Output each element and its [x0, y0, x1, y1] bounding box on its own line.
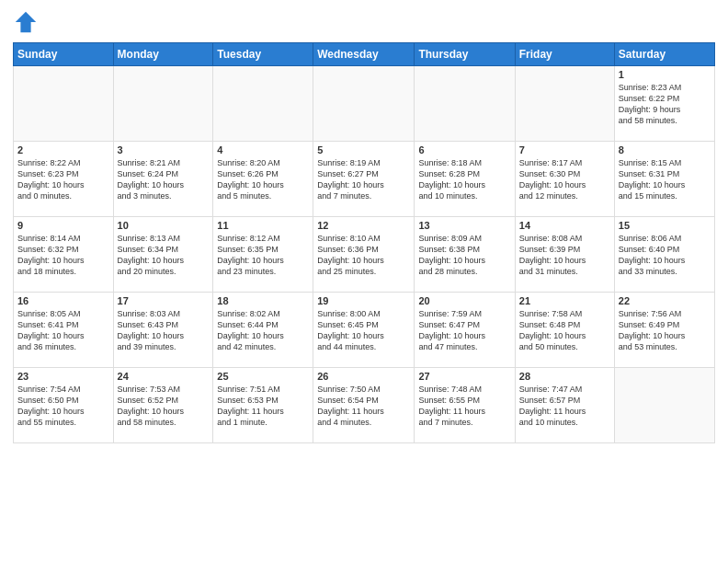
week-row-0: 1Sunrise: 8:23 AM Sunset: 6:22 PM Daylig…: [14, 66, 715, 142]
day-number: 18: [217, 295, 309, 306]
day-cell: [415, 66, 515, 142]
day-info: Sunrise: 7:51 AM Sunset: 6:53 PM Dayligh…: [217, 384, 309, 429]
day-info: Sunrise: 8:22 AM Sunset: 6:23 PM Dayligh…: [17, 157, 109, 202]
day-number: 8: [619, 144, 711, 155]
day-number: 25: [217, 371, 309, 382]
day-cell: 4Sunrise: 8:20 AM Sunset: 6:26 PM Daylig…: [213, 142, 313, 217]
day-cell: [313, 66, 415, 142]
day-info: Sunrise: 8:21 AM Sunset: 6:24 PM Dayligh…: [118, 157, 210, 202]
day-cell: 15Sunrise: 8:06 AM Sunset: 6:40 PM Dayli…: [614, 217, 714, 293]
day-number: 7: [519, 144, 610, 155]
day-cell: [213, 66, 313, 142]
day-number: 21: [519, 295, 610, 306]
day-number: 24: [118, 371, 210, 382]
day-info: Sunrise: 8:06 AM Sunset: 6:40 PM Dayligh…: [619, 233, 711, 278]
day-info: Sunrise: 7:56 AM Sunset: 6:49 PM Dayligh…: [619, 308, 711, 353]
col-header-thursday: Thursday: [415, 43, 515, 66]
day-cell: 17Sunrise: 8:03 AM Sunset: 6:43 PM Dayli…: [113, 293, 213, 368]
day-info: Sunrise: 8:12 AM Sunset: 6:35 PM Dayligh…: [217, 233, 309, 278]
day-cell: 14Sunrise: 8:08 AM Sunset: 6:39 PM Dayli…: [515, 217, 614, 293]
header-row: SundayMondayTuesdayWednesdayThursdayFrid…: [14, 43, 715, 66]
day-cell: 8Sunrise: 8:15 AM Sunset: 6:31 PM Daylig…: [614, 142, 714, 217]
day-cell: 18Sunrise: 8:02 AM Sunset: 6:44 PM Dayli…: [213, 293, 313, 368]
day-cell: 25Sunrise: 7:51 AM Sunset: 6:53 PM Dayli…: [213, 368, 313, 443]
day-number: 5: [317, 144, 410, 155]
day-info: Sunrise: 8:20 AM Sunset: 6:26 PM Dayligh…: [217, 157, 309, 202]
col-header-saturday: Saturday: [614, 43, 714, 66]
day-info: Sunrise: 8:10 AM Sunset: 6:36 PM Dayligh…: [317, 233, 410, 278]
day-cell: 26Sunrise: 7:50 AM Sunset: 6:54 PM Dayli…: [313, 368, 415, 443]
calendar-table: SundayMondayTuesdayWednesdayThursdayFrid…: [13, 42, 715, 443]
col-header-tuesday: Tuesday: [213, 43, 313, 66]
day-cell: [614, 368, 714, 443]
day-cell: 12Sunrise: 8:10 AM Sunset: 6:36 PM Dayli…: [313, 217, 415, 293]
day-info: Sunrise: 8:15 AM Sunset: 6:31 PM Dayligh…: [619, 157, 711, 202]
day-info: Sunrise: 8:03 AM Sunset: 6:43 PM Dayligh…: [118, 308, 210, 353]
week-row-4: 23Sunrise: 7:54 AM Sunset: 6:50 PM Dayli…: [14, 368, 715, 443]
day-number: 16: [17, 295, 109, 306]
day-number: 23: [17, 371, 109, 382]
day-cell: 24Sunrise: 7:53 AM Sunset: 6:52 PM Dayli…: [113, 368, 213, 443]
logo-icon: [13, 9, 39, 35]
col-header-wednesday: Wednesday: [313, 43, 415, 66]
day-number: 11: [217, 220, 309, 231]
day-info: Sunrise: 8:14 AM Sunset: 6:32 PM Dayligh…: [17, 233, 109, 278]
day-number: 14: [519, 220, 610, 231]
day-info: Sunrise: 8:00 AM Sunset: 6:45 PM Dayligh…: [317, 308, 410, 353]
day-number: 4: [217, 144, 309, 155]
day-info: Sunrise: 8:09 AM Sunset: 6:38 PM Dayligh…: [418, 233, 510, 278]
day-cell: 2Sunrise: 8:22 AM Sunset: 6:23 PM Daylig…: [14, 142, 114, 217]
day-number: 10: [118, 220, 210, 231]
day-cell: 22Sunrise: 7:56 AM Sunset: 6:49 PM Dayli…: [614, 293, 714, 368]
day-cell: 23Sunrise: 7:54 AM Sunset: 6:50 PM Dayli…: [14, 368, 114, 443]
page: SundayMondayTuesdayWednesdayThursdayFrid…: [0, 0, 728, 563]
day-info: Sunrise: 7:48 AM Sunset: 6:55 PM Dayligh…: [418, 384, 510, 429]
day-info: Sunrise: 7:59 AM Sunset: 6:47 PM Dayligh…: [418, 308, 510, 353]
day-number: 17: [118, 295, 210, 306]
day-info: Sunrise: 8:18 AM Sunset: 6:28 PM Dayligh…: [418, 157, 510, 202]
day-number: 3: [118, 144, 210, 155]
day-cell: 19Sunrise: 8:00 AM Sunset: 6:45 PM Dayli…: [313, 293, 415, 368]
day-cell: 3Sunrise: 8:21 AM Sunset: 6:24 PM Daylig…: [113, 142, 213, 217]
day-info: Sunrise: 7:53 AM Sunset: 6:52 PM Dayligh…: [118, 384, 210, 429]
day-info: Sunrise: 7:54 AM Sunset: 6:50 PM Dayligh…: [17, 384, 109, 429]
day-info: Sunrise: 7:58 AM Sunset: 6:48 PM Dayligh…: [519, 308, 610, 353]
day-cell: 13Sunrise: 8:09 AM Sunset: 6:38 PM Dayli…: [415, 217, 515, 293]
day-cell: 28Sunrise: 7:47 AM Sunset: 6:57 PM Dayli…: [515, 368, 614, 443]
day-number: 27: [418, 371, 510, 382]
day-cell: [515, 66, 614, 142]
day-info: Sunrise: 8:08 AM Sunset: 6:39 PM Dayligh…: [519, 233, 610, 278]
day-number: 6: [418, 144, 510, 155]
day-cell: 5Sunrise: 8:19 AM Sunset: 6:27 PM Daylig…: [313, 142, 415, 217]
day-info: Sunrise: 7:50 AM Sunset: 6:54 PM Dayligh…: [317, 384, 410, 429]
day-number: 13: [418, 220, 510, 231]
week-row-3: 16Sunrise: 8:05 AM Sunset: 6:41 PM Dayli…: [14, 293, 715, 368]
day-cell: 27Sunrise: 7:48 AM Sunset: 6:55 PM Dayli…: [415, 368, 515, 443]
day-info: Sunrise: 7:47 AM Sunset: 6:57 PM Dayligh…: [519, 384, 610, 429]
week-row-1: 2Sunrise: 8:22 AM Sunset: 6:23 PM Daylig…: [14, 142, 715, 217]
day-info: Sunrise: 8:05 AM Sunset: 6:41 PM Dayligh…: [17, 308, 109, 353]
week-row-2: 9Sunrise: 8:14 AM Sunset: 6:32 PM Daylig…: [14, 217, 715, 293]
day-number: 1: [619, 69, 711, 80]
col-header-monday: Monday: [113, 43, 213, 66]
day-number: 12: [317, 220, 410, 231]
day-cell: 16Sunrise: 8:05 AM Sunset: 6:41 PM Dayli…: [14, 293, 114, 368]
day-number: 22: [619, 295, 711, 306]
day-cell: 1Sunrise: 8:23 AM Sunset: 6:22 PM Daylig…: [614, 66, 714, 142]
day-cell: 20Sunrise: 7:59 AM Sunset: 6:47 PM Dayli…: [415, 293, 515, 368]
day-number: 15: [619, 220, 711, 231]
day-cell: 9Sunrise: 8:14 AM Sunset: 6:32 PM Daylig…: [14, 217, 114, 293]
day-info: Sunrise: 8:19 AM Sunset: 6:27 PM Dayligh…: [317, 157, 410, 202]
day-cell: 10Sunrise: 8:13 AM Sunset: 6:34 PM Dayli…: [113, 217, 213, 293]
day-number: 2: [17, 144, 109, 155]
day-info: Sunrise: 8:17 AM Sunset: 6:30 PM Dayligh…: [519, 157, 610, 202]
day-info: Sunrise: 8:02 AM Sunset: 6:44 PM Dayligh…: [217, 308, 309, 353]
day-cell: 6Sunrise: 8:18 AM Sunset: 6:28 PM Daylig…: [415, 142, 515, 217]
day-number: 19: [317, 295, 410, 306]
svg-marker-0: [16, 12, 36, 32]
day-number: 28: [519, 371, 610, 382]
col-header-friday: Friday: [515, 43, 614, 66]
day-cell: [113, 66, 213, 142]
logo: [13, 9, 40, 35]
col-header-sunday: Sunday: [14, 43, 114, 66]
